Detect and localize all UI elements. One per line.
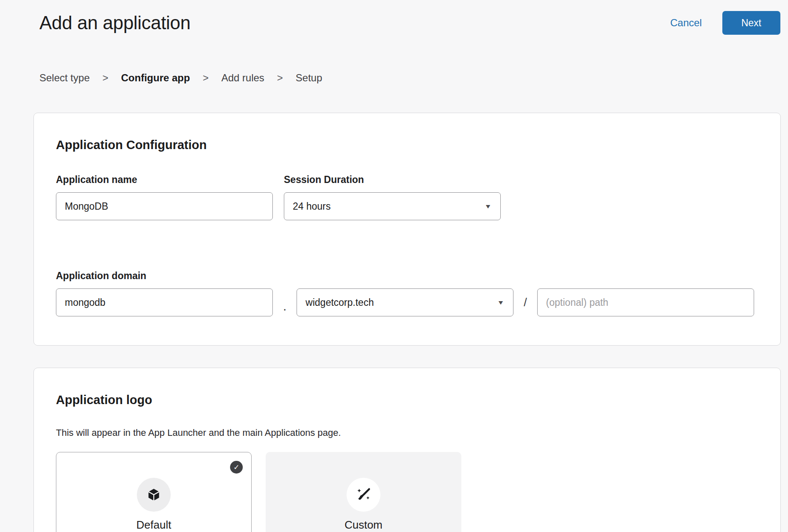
page-title: Add an application [39, 12, 191, 33]
custom-logo-icon-circle [347, 478, 380, 512]
logo-option-label: Default [136, 518, 171, 532]
domain-select[interactable]: widgetcorp.tech ▼ [297, 288, 513, 316]
breadcrumb-step-select-type[interactable]: Select type [39, 72, 90, 84]
application-configuration-card: Application Configuration Application na… [33, 113, 781, 346]
selected-check-icon: ✓ [230, 461, 243, 474]
breadcrumb: Select type > Configure app > Add rules … [39, 72, 788, 84]
application-name-input[interactable] [56, 192, 273, 220]
breadcrumb-step-add-rules[interactable]: Add rules [221, 72, 264, 84]
breadcrumb-separator: > [203, 72, 208, 84]
section-title-application-configuration: Application Configuration [56, 138, 758, 152]
logo-description: This will appear in the App Launcher and… [56, 427, 758, 438]
path-input[interactable] [537, 288, 754, 316]
name-duration-row: Application name Session Duration 24 hou… [56, 174, 758, 220]
domain-select-value: widgetcorp.tech [305, 297, 374, 308]
breadcrumb-step-configure-app[interactable]: Configure app [121, 72, 190, 84]
domain-slash-separator: / [524, 296, 527, 309]
section-title-application-logo: Application logo [56, 393, 758, 407]
breadcrumb-separator: > [277, 72, 283, 84]
chevron-down-icon: ▼ [484, 203, 491, 210]
page-header: Add an application Cancel Next [0, 0, 788, 35]
application-logo-card: Application logo This will appear in the… [33, 368, 781, 532]
application-domain-label: Application domain [56, 270, 758, 282]
logo-option-custom[interactable]: Custom [266, 452, 461, 532]
session-duration-value: 24 hours [293, 201, 331, 212]
logo-option-default[interactable]: ✓ Default [56, 452, 252, 532]
application-domain-row: . widgetcorp.tech ▼ / [56, 288, 758, 316]
application-name-field: Application name [56, 174, 273, 220]
application-name-label: Application name [56, 174, 273, 186]
session-duration-select[interactable]: 24 hours ▼ [284, 192, 501, 220]
breadcrumb-separator: > [103, 72, 108, 84]
default-logo-icon-circle [137, 478, 171, 512]
logo-option-label: Custom [344, 518, 383, 532]
logo-options: ✓ Default Custom [56, 452, 758, 532]
breadcrumb-step-setup[interactable]: Setup [296, 72, 322, 84]
domain-dot-separator: . [283, 299, 286, 313]
cube-icon [146, 487, 161, 502]
session-duration-field: Session Duration 24 hours ▼ [284, 174, 501, 220]
chevron-down-icon: ▼ [497, 299, 505, 306]
header-actions: Cancel Next [670, 11, 780, 35]
subdomain-input[interactable] [56, 288, 273, 316]
paintbrush-icon [355, 487, 372, 503]
session-duration-label: Session Duration [284, 174, 501, 186]
next-button[interactable]: Next [722, 11, 780, 35]
cancel-button[interactable]: Cancel [670, 17, 702, 29]
application-domain-field: Application domain . widgetcorp.tech ▼ / [56, 270, 758, 316]
